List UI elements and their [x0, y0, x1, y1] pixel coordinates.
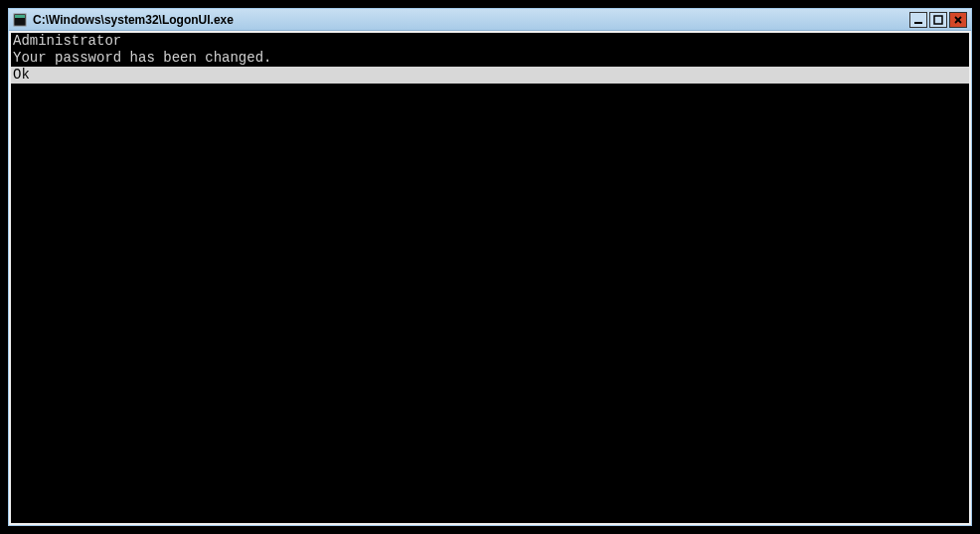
svg-rect-3 — [914, 22, 922, 24]
titlebar[interactable]: C:\Windows\system32\LogonUI.exe — [9, 9, 971, 31]
close-button[interactable] — [949, 12, 967, 28]
console-message-line: Your password has been changed. — [11, 50, 969, 67]
svg-rect-4 — [934, 16, 942, 24]
maximize-button[interactable] — [929, 12, 947, 28]
console-output[interactable]: Administrator Your password has been cha… — [9, 31, 971, 525]
desktop-background: C:\Windows\system32\LogonUI.exe Administ… — [0, 0, 980, 534]
console-username-line: Administrator — [11, 33, 969, 50]
window-controls — [909, 12, 967, 28]
window-title: C:\Windows\system32\LogonUI.exe — [33, 13, 909, 27]
minimize-button[interactable] — [909, 12, 927, 28]
svg-rect-1 — [15, 15, 25, 18]
ok-option[interactable]: Ok — [11, 67, 969, 84]
svg-rect-2 — [15, 18, 25, 25]
app-icon — [13, 13, 27, 27]
console-window: C:\Windows\system32\LogonUI.exe Administ… — [8, 8, 972, 526]
